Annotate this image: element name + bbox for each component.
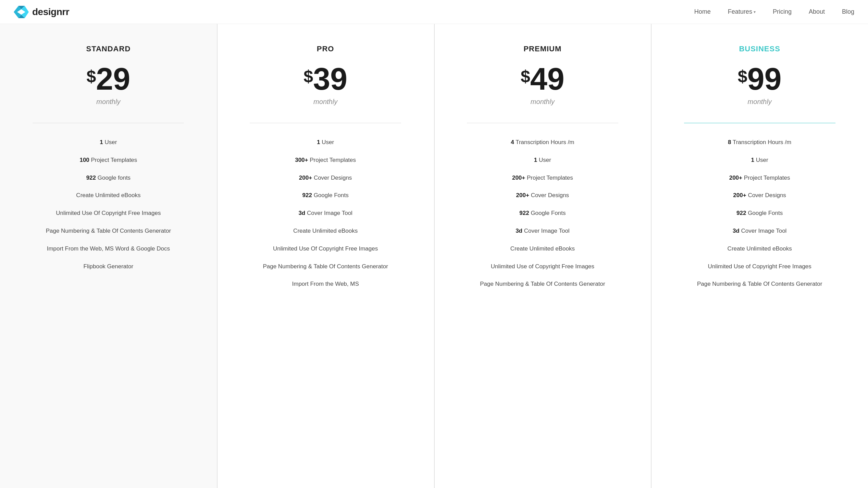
plan-name-pro: PRO xyxy=(317,44,334,53)
feature-item-premium-8: Page Numbering & Table Of Contents Gener… xyxy=(448,275,637,293)
plan-period-pro: monthly xyxy=(313,98,337,106)
price-value-pro: 39 xyxy=(313,64,347,94)
feature-list-premium: 4 Transcription Hours /m1 User200+ Proje… xyxy=(448,133,637,293)
price-value-business: 99 xyxy=(747,64,781,94)
feature-item-premium-6: Create Unlimited eBooks xyxy=(448,240,637,258)
nav-home[interactable]: Home xyxy=(694,8,711,15)
feature-item-pro-2: 200+ Cover Designs xyxy=(231,169,420,187)
plan-period-premium: monthly xyxy=(531,98,555,106)
nav-features[interactable]: Features ▾ xyxy=(728,8,756,15)
logo-area: designrr xyxy=(14,4,694,20)
feature-list-business: 8 Transcription Hours /m1 User200+ Proje… xyxy=(665,133,854,293)
feature-item-pro-3: 922 Google Fonts xyxy=(231,187,420,204)
nav-blog[interactable]: Blog xyxy=(842,8,854,15)
feature-item-pro-6: Unlimited Use Of Copyright Free Images xyxy=(231,240,420,258)
plan-name-business: BUSINESS xyxy=(739,44,780,53)
feature-item-standard-5: Page Numbering & Table Of Contents Gener… xyxy=(14,222,203,240)
feature-item-business-3: 200+ Cover Designs xyxy=(665,187,854,204)
plan-name-standard: STANDARD xyxy=(86,44,131,53)
nav-about[interactable]: About xyxy=(809,8,825,15)
feature-item-business-6: Create Unlimited eBooks xyxy=(665,240,854,258)
feature-item-business-8: Page Numbering & Table Of Contents Gener… xyxy=(665,275,854,293)
feature-item-premium-4: 922 Google Fonts xyxy=(448,204,637,222)
feature-item-pro-5: Create Unlimited eBooks xyxy=(231,222,420,240)
feature-item-premium-2: 200+ Project Templates xyxy=(448,169,637,187)
plan-card-business: BUSINESS$99monthly8 Transcription Hours … xyxy=(651,24,868,488)
feature-item-standard-2: 922 Google fonts xyxy=(14,169,203,187)
feature-item-premium-5: 3d Cover Image Tool xyxy=(448,222,637,240)
nav-pricing[interactable]: Pricing xyxy=(773,8,792,15)
plan-name-premium: PREMIUM xyxy=(523,44,561,53)
plan-price-premium: $49 xyxy=(521,64,565,94)
feature-item-standard-1: 100 Project Templates xyxy=(14,151,203,169)
navigation: Home Features ▾ Pricing About Blog xyxy=(694,8,854,15)
main-content: STANDARD$29monthly1 User100 Project Temp… xyxy=(0,24,868,488)
plan-price-standard: $29 xyxy=(86,64,130,94)
feature-item-business-7: Unlimited Use of Copyright Free Images xyxy=(665,258,854,275)
features-dropdown-arrow: ▾ xyxy=(754,10,756,14)
feature-list-standard: 1 User100 Project Templates922 Google fo… xyxy=(14,133,203,275)
feature-item-pro-7: Page Numbering & Table Of Contents Gener… xyxy=(231,258,420,275)
price-dollar-business: $ xyxy=(738,68,747,85)
feature-item-standard-4: Unlimited Use Of Copyright Free Images xyxy=(14,204,203,222)
logo-text: designrr xyxy=(32,7,69,17)
plan-price-business: $99 xyxy=(738,64,782,94)
feature-item-business-4: 922 Google Fonts xyxy=(665,204,854,222)
feature-item-pro-8: Import From the Web, MS xyxy=(231,275,420,293)
price-dollar-standard: $ xyxy=(86,68,96,85)
feature-item-standard-6: Import From the Web, MS Word & Google Do… xyxy=(14,240,203,258)
logo-icon xyxy=(14,4,29,20)
feature-item-business-1: 1 User xyxy=(665,151,854,169)
plan-divider-business xyxy=(684,123,835,123)
header: designrr Home Features ▾ Pricing About B… xyxy=(0,0,868,24)
feature-item-business-5: 3d Cover Image Tool xyxy=(665,222,854,240)
plan-card-standard: STANDARD$29monthly1 User100 Project Temp… xyxy=(0,24,217,488)
feature-item-premium-7: Unlimited Use of Copyright Free Images xyxy=(448,258,637,275)
plan-period-standard: monthly xyxy=(96,98,120,106)
feature-item-pro-1: 300+ Project Templates xyxy=(231,151,420,169)
feature-item-premium-1: 1 User xyxy=(448,151,637,169)
pricing-container: STANDARD$29monthly1 User100 Project Temp… xyxy=(0,24,868,488)
price-dollar-pro: $ xyxy=(303,68,313,85)
feature-list-pro: 1 User300+ Project Templates200+ Cover D… xyxy=(231,133,420,293)
feature-item-pro-4: 3d Cover Image Tool xyxy=(231,204,420,222)
feature-item-business-2: 200+ Project Templates xyxy=(665,169,854,187)
plan-period-business: monthly xyxy=(748,98,772,106)
feature-item-pro-0: 1 User xyxy=(231,133,420,151)
feature-item-standard-0: 1 User xyxy=(14,133,203,151)
plan-price-pro: $39 xyxy=(303,64,347,94)
price-value-premium: 49 xyxy=(530,64,565,94)
plan-divider-standard xyxy=(33,123,184,123)
feature-item-standard-7: Flipbook Generator xyxy=(14,258,203,275)
feature-item-premium-3: 200+ Cover Designs xyxy=(448,187,637,204)
plan-divider-pro xyxy=(250,123,401,123)
feature-item-business-0: 8 Transcription Hours /m xyxy=(665,133,854,151)
price-dollar-premium: $ xyxy=(521,68,530,85)
feature-item-standard-3: Create Unlimited eBooks xyxy=(14,187,203,204)
plan-card-pro: PRO$39monthly1 User300+ Project Template… xyxy=(217,24,434,488)
feature-item-premium-0: 4 Transcription Hours /m xyxy=(448,133,637,151)
plan-divider-premium xyxy=(467,123,618,123)
plan-card-premium: PREMIUM$49monthly4 Transcription Hours /… xyxy=(434,24,652,488)
price-value-standard: 29 xyxy=(96,64,130,94)
